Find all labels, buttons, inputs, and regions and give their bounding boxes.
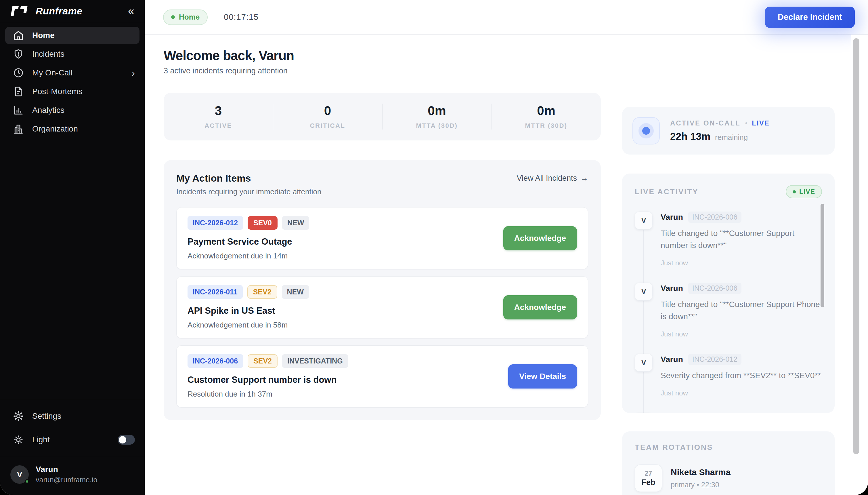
activity-item: V Varun INC-2026-012 Severity changed fr… xyxy=(635,354,822,413)
avatar-initial: V xyxy=(17,470,22,479)
incident-id-badge: INC-2026-012 xyxy=(188,216,243,230)
stat-label: MTTR (30D) xyxy=(525,122,567,130)
sidebar-item-organization[interactable]: Organization xyxy=(5,120,140,138)
separator-dot: • xyxy=(745,119,747,127)
rotation-date-tile: 27 Feb xyxy=(635,464,662,492)
user-profile[interactable]: V Varun varun@runframe.io xyxy=(0,456,145,495)
action-items-title: My Action Items xyxy=(176,173,251,184)
sidebar-item-label: Organization xyxy=(32,124,135,134)
page-badge: Home xyxy=(163,10,208,25)
activity-incident-id: INC-2026-012 xyxy=(688,354,742,365)
collapse-sidebar-button[interactable]: « xyxy=(128,6,134,16)
stat-value: 3 xyxy=(215,104,222,118)
incident-list: INC-2026-012 SEV0 NEW Payment Service Ou… xyxy=(176,207,588,408)
active-on-call-card: ACTIVE ON-CALL • LIVE 22h 13m remaining xyxy=(622,107,835,155)
incident-id-badge: INC-2026-006 xyxy=(188,354,243,368)
on-call-live-label: LIVE xyxy=(752,119,769,127)
status-badge: NEW xyxy=(282,285,309,299)
view-all-label: View All Incidents xyxy=(516,174,577,183)
clock-icon xyxy=(13,67,24,79)
acknowledge-button[interactable]: Acknowledge xyxy=(503,295,577,320)
activity-item: V Varun INC-2026-006 Title changed to "*… xyxy=(635,211,822,283)
activity-list: V Varun INC-2026-006 Title changed to "*… xyxy=(635,211,822,413)
activity-incident-id: INC-2026-006 xyxy=(688,283,742,294)
sun-icon xyxy=(13,434,24,445)
activity-scrollbar-thumb[interactable] xyxy=(820,204,824,307)
activity-item: V Varun INC-2026-006 Title changed to "*… xyxy=(635,283,822,354)
app-logo-icon xyxy=(10,6,28,16)
page-scrollbar[interactable] xyxy=(851,35,868,495)
brand-name: Runframe xyxy=(36,5,128,17)
home-icon xyxy=(13,30,24,41)
incident-row[interactable]: INC-2026-011 SEV2 NEW API Spike in US Ea… xyxy=(176,276,588,338)
activity-incident-id: INC-2026-006 xyxy=(688,211,742,223)
activity-author: Varun xyxy=(661,355,683,364)
live-activity-title: LIVE ACTIVITY xyxy=(635,187,698,196)
user-name: Varun xyxy=(36,465,97,474)
stat-mttr: 0m MTTR (30D) xyxy=(492,93,601,140)
sidebar-footer-section: Settings Light xyxy=(0,400,145,456)
badge-dot xyxy=(171,15,175,19)
rotation-meta: primary • 22:30 xyxy=(671,481,730,489)
activity-timestamp: Just now xyxy=(661,389,822,397)
activity-avatar: V xyxy=(635,211,653,229)
status-badge: INVESTIGATING xyxy=(282,354,348,368)
sidebar-item-label: Settings xyxy=(32,412,135,421)
bar-chart-icon xyxy=(13,104,24,116)
sidebar-nav: Home Incidents My On-Call › Post-Mortem xyxy=(0,22,145,400)
sidebar-item-my-on-call[interactable]: My On-Call › xyxy=(5,64,140,82)
sidebar-item-label: Home xyxy=(32,31,135,40)
on-call-remaining-label: remaining xyxy=(715,133,748,142)
user-email: varun@runframe.io xyxy=(36,476,97,484)
stat-critical: 0 CRITICAL xyxy=(273,93,382,140)
severity-badge: SEV2 xyxy=(247,285,277,299)
rotation-list: 27 Feb Niketa Sharma primary • 22:30 xyxy=(635,464,822,495)
incident-row[interactable]: INC-2026-006 SEV2 INVESTIGATING Customer… xyxy=(176,345,588,408)
view-all-incidents-link[interactable]: View All Incidents → xyxy=(516,174,588,183)
action-items-subtitle: Incidents requiring your immediate atten… xyxy=(176,187,588,196)
page-subtitle: 3 active incidents requiring attention xyxy=(164,67,601,75)
view-details-button[interactable]: View Details xyxy=(508,364,577,389)
activity-incident-id: INC-2026-012 xyxy=(695,413,748,413)
sidebar-item-analytics[interactable]: Analytics xyxy=(5,102,140,119)
incident-due: Acknowledgement due in 58m xyxy=(188,321,503,329)
sidebar-item-post-mortems[interactable]: Post-Mortems xyxy=(5,83,140,100)
rotation-month: Feb xyxy=(641,478,655,487)
sidebar-item-settings[interactable]: Settings xyxy=(5,408,140,425)
theme-label: Light xyxy=(32,435,118,444)
rotation-row[interactable]: 27 Feb Niketa Sharma primary • 22:30 xyxy=(635,464,822,492)
stat-label: CRITICAL xyxy=(310,122,346,130)
shield-alert-icon xyxy=(13,48,24,60)
user-meta: Varun varun@runframe.io xyxy=(36,465,97,484)
incident-row[interactable]: INC-2026-012 SEV0 NEW Payment Service Ou… xyxy=(176,207,588,269)
severity-badge: SEV0 xyxy=(248,216,278,230)
theme-toggle[interactable] xyxy=(118,435,135,445)
sidebar-item-label: Analytics xyxy=(32,106,135,115)
team-rotations-panel: TEAM ROTATIONS 27 Feb Niketa Sharma xyxy=(622,431,835,495)
topbar: Home 00:17:15 Declare Incident xyxy=(145,0,868,35)
arrow-right-icon: → xyxy=(580,174,588,183)
action-items-card: My Action Items View All Incidents → Inc… xyxy=(164,160,601,420)
declare-incident-button[interactable]: Declare Incident xyxy=(765,6,855,28)
page-scrollbar-thumb[interactable] xyxy=(853,38,860,454)
rotation-day: 27 xyxy=(645,470,652,477)
chevron-right-icon: › xyxy=(132,67,135,79)
acknowledge-button[interactable]: Acknowledge xyxy=(503,226,577,250)
avatar: V xyxy=(10,465,29,484)
session-timer: 00:17:15 xyxy=(224,12,259,22)
incident-due: Resolution due in 1h 37m xyxy=(188,390,508,398)
stat-label: MTTA (30D) xyxy=(416,122,458,130)
page-content: Welcome back, Varun 3 active incidents r… xyxy=(145,35,851,495)
incident-id-badge: INC-2026-011 xyxy=(188,285,243,299)
stat-value: 0m xyxy=(537,104,555,118)
sidebar-item-incidents[interactable]: Incidents xyxy=(5,46,140,63)
activity-text: Severity changed from **SEV2** to **SEV0… xyxy=(661,370,822,381)
sidebar-item-home[interactable]: Home xyxy=(5,27,140,44)
activity-avatar: V xyxy=(635,354,653,372)
stat-label: ACTIVE xyxy=(205,122,232,130)
gear-icon xyxy=(13,410,24,422)
sidebar-item-theme: Light xyxy=(5,431,140,448)
document-icon xyxy=(13,86,24,97)
incident-title: Customer Support number is down xyxy=(188,375,508,385)
activity-author: Varun xyxy=(661,284,683,293)
